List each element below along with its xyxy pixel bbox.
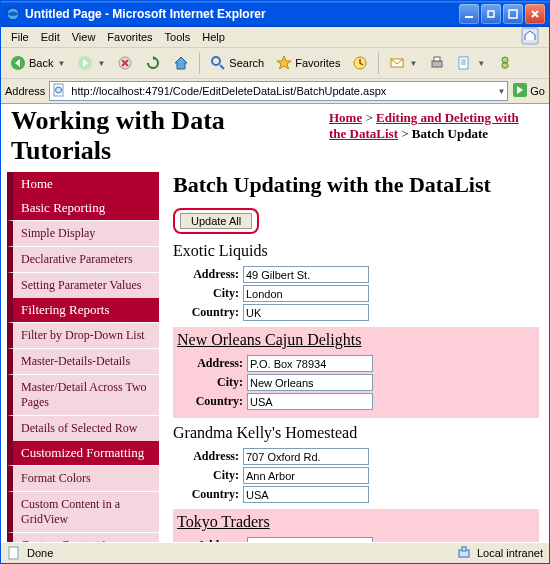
stop-icon	[117, 55, 133, 71]
status-text: Done	[27, 547, 53, 559]
address-input[interactable]	[243, 266, 369, 283]
menubar-throbber-icon	[515, 25, 545, 49]
history-button[interactable]	[347, 50, 373, 76]
home-icon	[173, 55, 189, 71]
menu-edit[interactable]: Edit	[35, 29, 66, 45]
home-button[interactable]	[168, 50, 194, 76]
print-button[interactable]	[424, 50, 450, 76]
back-label: Back	[29, 57, 53, 69]
history-icon	[352, 55, 368, 71]
breadcrumb-current: Batch Update	[412, 126, 488, 141]
svg-rect-1	[465, 16, 473, 18]
main-content: Batch Updating with the DataList Update …	[159, 172, 549, 542]
minimize-button[interactable]	[459, 4, 479, 24]
sidebar-item[interactable]: Declarative Parameters	[7, 246, 159, 272]
menubar: File Edit View Favorites Tools Help	[1, 27, 549, 48]
sidebar-item[interactable]: Custom Content in a GridView	[7, 491, 159, 532]
city-input[interactable]	[243, 285, 369, 302]
page-icon	[7, 546, 21, 560]
toolbar-separator	[199, 52, 200, 74]
field-label: City:	[173, 468, 243, 483]
go-icon	[512, 82, 528, 100]
address-input[interactable]	[69, 84, 493, 98]
supplier-name: New Orleans Cajun Delights	[177, 331, 535, 349]
field-label: Address:	[173, 267, 243, 282]
back-icon	[10, 55, 26, 71]
toolbar: Back ▼ ▼ Search Favorites	[1, 48, 549, 79]
svg-point-8	[212, 57, 220, 65]
go-label: Go	[530, 85, 545, 97]
sidebar-item[interactable]: Setting Parameter Values	[7, 272, 159, 298]
svg-point-14	[502, 57, 508, 63]
favorites-label: Favorites	[295, 57, 340, 69]
zone-icon	[457, 546, 471, 560]
country-input[interactable]	[247, 393, 373, 410]
city-input[interactable]	[247, 374, 373, 391]
address-input[interactable]	[243, 448, 369, 465]
sidebar-item[interactable]: Master-Details-Details	[7, 348, 159, 374]
form-row: Country:	[173, 486, 539, 503]
mail-button[interactable]: ▼	[384, 50, 422, 76]
address-label: Address	[5, 85, 45, 97]
menu-file[interactable]: File	[5, 29, 35, 45]
viewport[interactable]: Working with Data Tutorials Home > Editi…	[1, 104, 549, 542]
forward-button[interactable]: ▼	[72, 50, 110, 76]
chevron-down-icon[interactable]: ▼	[497, 87, 505, 96]
svg-rect-12	[434, 57, 440, 61]
sidebar-item[interactable]: Master/Detail Across Two Pages	[7, 374, 159, 415]
chevron-down-icon: ▼	[477, 59, 485, 68]
close-button[interactable]	[525, 4, 545, 24]
form-row: Address:	[173, 266, 539, 283]
breadcrumb-sep: >	[365, 110, 372, 125]
field-label: City:	[177, 375, 247, 390]
svg-rect-2	[488, 11, 494, 17]
search-button[interactable]: Search	[205, 50, 269, 76]
sidebar-item[interactable]: Details of Selected Row	[7, 415, 159, 441]
sidebar-item[interactable]: Filter by Drop-Down List	[7, 322, 159, 348]
menu-help[interactable]: Help	[196, 29, 231, 45]
page-header: Working with Data Tutorials Home > Editi…	[1, 104, 549, 172]
svg-rect-19	[9, 547, 18, 559]
city-input[interactable]	[243, 467, 369, 484]
stop-button[interactable]	[112, 50, 138, 76]
window-buttons	[459, 4, 545, 24]
supplier-block: New Orleans Cajun DelightsAddress:City:C…	[173, 327, 539, 418]
form-row: City:	[177, 374, 535, 391]
window-title: Untitled Page - Microsoft Internet Explo…	[25, 7, 459, 21]
svg-rect-15	[502, 63, 508, 68]
messenger-button[interactable]	[492, 50, 518, 76]
edit-button[interactable]: ▼	[452, 50, 490, 76]
site-title: Working with Data Tutorials	[11, 106, 329, 166]
titlebar: Untitled Page - Microsoft Internet Explo…	[1, 1, 549, 27]
sidebar-item[interactable]: Custom Content in a DetailsView	[7, 532, 159, 542]
sidebar-header[interactable]: Home	[7, 172, 159, 196]
maximize-button[interactable]	[503, 4, 523, 24]
sidebar-item[interactable]: Simple Display	[7, 220, 159, 246]
restore-button[interactable]	[481, 4, 501, 24]
menu-tools[interactable]: Tools	[159, 29, 197, 45]
address-input-wrapper: ▼	[49, 81, 508, 101]
back-button[interactable]: Back ▼	[5, 50, 70, 76]
country-input[interactable]	[243, 304, 369, 321]
zone-text: Local intranet	[477, 547, 543, 559]
star-icon	[276, 55, 292, 71]
field-label: Address:	[173, 449, 243, 464]
search-label: Search	[229, 57, 264, 69]
field-label: Address:	[177, 356, 247, 371]
address-input[interactable]	[247, 537, 373, 542]
sidebar: HomeBasic ReportingSimple DisplayDeclara…	[1, 172, 159, 542]
sidebar-header[interactable]: Filtering Reports	[7, 298, 159, 322]
breadcrumb-home[interactable]: Home	[329, 110, 362, 125]
sidebar-header[interactable]: Basic Reporting	[7, 196, 159, 220]
go-button[interactable]: Go	[512, 82, 545, 100]
refresh-button[interactable]	[140, 50, 166, 76]
breadcrumb-sep: >	[401, 126, 408, 141]
sidebar-header[interactable]: Customized Formatting	[7, 441, 159, 465]
favorites-button[interactable]: Favorites	[271, 50, 345, 76]
menu-favorites[interactable]: Favorites	[101, 29, 158, 45]
update-all-button[interactable]: Update All	[180, 213, 252, 229]
country-input[interactable]	[243, 486, 369, 503]
address-input[interactable]	[247, 355, 373, 372]
sidebar-item[interactable]: Format Colors	[7, 465, 159, 491]
menu-view[interactable]: View	[66, 29, 102, 45]
